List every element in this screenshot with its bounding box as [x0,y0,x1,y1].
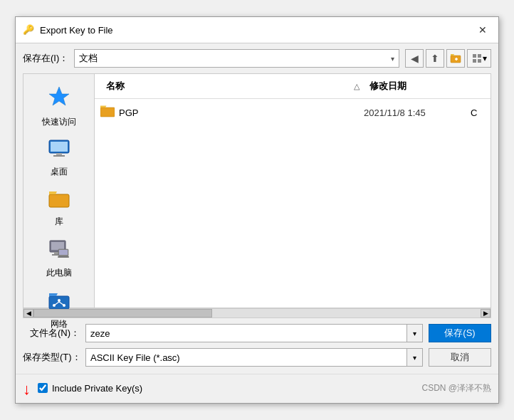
svg-rect-29 [100,107,115,117]
filetype-label: 保存类型(T)： [23,351,80,364]
col-date-header: 修改日期 [364,77,471,95]
svg-marker-14 [49,191,57,194]
file-extra-pgp: C [471,107,485,118]
svg-point-28 [63,304,65,307]
main-area: 快速访问 桌面 [23,73,491,308]
nav-buttons: ◀ ⬆ ▾ [405,49,491,68]
scroll-right-button[interactable]: ▶ [481,309,491,317]
dialog-icon: 🔑 [23,24,34,36]
computer-icon [48,239,70,264]
watermark-text: CSDN @泽泽不熟 [421,382,491,394]
sidebar-item-library-label: 库 [55,216,63,228]
quickaccess-icon [48,85,70,113]
scroll-left-button[interactable]: ◀ [23,309,33,317]
svg-rect-7 [478,59,481,63]
scroll-thumb[interactable] [33,309,212,317]
library-icon [48,189,70,213]
network-folder-icon [48,290,70,310]
checkbox-area: ↓ Include Private Key(s) [23,379,142,397]
svg-rect-20 [59,250,68,255]
new-folder-button[interactable] [446,49,465,68]
svg-marker-1 [451,54,454,56]
svg-rect-4 [473,54,476,58]
folder-icon [100,105,115,117]
sidebar-item-quickaccess-label: 快速访问 [42,116,76,128]
monitor-icon [48,140,70,158]
filetype-input-wrap: ▾ [85,348,423,367]
sidebar-item-library[interactable]: 库 [31,185,88,232]
up-button[interactable]: ⬆ [426,49,444,68]
svg-marker-23 [49,293,58,296]
include-private-key-checkbox[interactable] [38,383,48,393]
svg-rect-11 [56,153,62,155]
table-row[interactable]: PGP 2021/11/8 1:45 C [95,102,491,124]
arrow-indicator: ↓ [23,380,31,399]
desktop-icon [48,140,70,163]
col-name-header: 名称 [100,77,350,95]
save-in-label: 保存在(I)： [23,52,68,65]
folder-library-icon [48,189,70,208]
svg-point-27 [53,304,56,307]
title-bar: 🔑 Export Key to File ✕ [16,17,498,43]
filename-dropdown-arrow[interactable]: ▾ [407,325,422,342]
file-list: PGP 2021/11/8 1:45 C [95,99,491,308]
sidebar-item-desktop-label: 桌面 [51,166,68,178]
horizontal-scrollbar[interactable]: ◀ ▶ [23,308,491,318]
filename-input[interactable] [86,327,407,340]
new-folder-icon [450,53,461,64]
include-private-key-label: Include Private Key(s) [52,383,142,394]
cancel-button[interactable]: 取消 [429,348,491,367]
path-dropdown-arrow: ▾ [391,55,394,63]
file-date-pgp: 2021/11/8 1:45 [364,107,471,118]
close-button[interactable]: ✕ [474,21,491,38]
filename-input-wrap: ▾ [85,324,423,342]
sidebar-item-computer[interactable]: 此电脑 [31,235,88,283]
pc-icon [48,239,70,259]
dialog-title: Export Key to File [40,25,113,36]
star-icon [48,85,70,108]
svg-rect-5 [478,54,481,58]
views-icon [472,53,482,63]
svg-rect-13 [49,194,69,207]
svg-marker-8 [49,87,69,105]
sidebar-item-desktop[interactable]: 桌面 [31,135,88,182]
svg-rect-12 [53,155,65,157]
file-header: 名称 △ 修改日期 [95,74,491,99]
dialog: 🔑 Export Key to File ✕ 保存在(I)： 文档 ▾ ◀ ⬆ [15,16,499,404]
filetype-input[interactable] [86,351,407,364]
svg-point-24 [58,299,61,302]
sort-arrow[interactable]: △ [350,80,364,93]
filename-label: 文件名(N)： [23,327,80,340]
file-folder-icon [100,105,115,121]
sidebar: 快速访问 桌面 [23,74,95,308]
svg-rect-10 [51,142,68,152]
toolbar: 保存在(I)： 文档 ▾ ◀ ⬆ [16,43,498,73]
bottom-form: 文件名(N)： ▾ 保存(S) 保存类型(T)： ▾ 取消 [16,318,498,372]
save-button[interactable]: 保存(S) [429,324,491,342]
views-button[interactable]: ▾ [467,49,491,68]
svg-rect-22 [49,296,69,309]
filetype-dropdown-arrow[interactable]: ▾ [407,349,422,366]
current-path-text: 文档 [79,52,391,65]
svg-rect-16 [51,242,64,250]
path-selector[interactable]: 文档 ▾ [74,49,399,68]
sidebar-item-quickaccess[interactable]: 快速访问 [31,81,88,132]
back-button[interactable]: ◀ [405,49,424,68]
filename-row: 文件名(N)： ▾ 保存(S) [23,324,491,342]
footer-row: ↓ Include Private Key(s) CSDN @泽泽不熟 [16,374,498,403]
filetype-row: 保存类型(T)： ▾ 取消 [23,348,491,367]
svg-rect-21 [58,256,69,258]
file-name-pgp: PGP [119,107,364,118]
svg-rect-6 [473,59,476,63]
file-panel: 名称 △ 修改日期 PGP 2021/11/8 1:45 C [95,74,491,308]
title-bar-left: 🔑 Export Key to File [23,24,113,36]
scroll-track[interactable] [33,309,481,317]
sidebar-item-computer-label: 此电脑 [46,267,72,279]
svg-marker-30 [100,106,107,108]
